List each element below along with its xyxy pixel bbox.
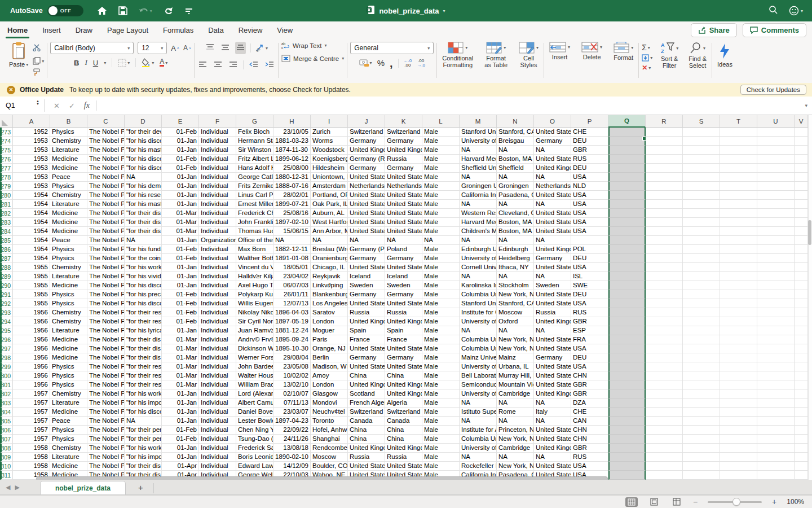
column-header-F[interactable]: F (199, 115, 236, 128)
cell-A274[interactable]: 1953 (13, 137, 50, 146)
cell-A278[interactable]: 1953 (13, 173, 50, 182)
cell-H310[interactable]: 14/12/09 (273, 462, 311, 471)
cell-J310[interactable]: United States (348, 462, 385, 471)
cell-A298[interactable]: 1956 (13, 353, 50, 362)
cell-E274[interactable]: 01-Jan (162, 137, 199, 146)
cell-V273[interactable] (795, 128, 808, 137)
cell-G273[interactable]: Felix Bloch (236, 128, 273, 137)
cell-N277[interactable]: Sheffield (497, 164, 534, 173)
cell-S279[interactable] (683, 182, 720, 191)
cell-Q297[interactable] (608, 344, 646, 353)
cell-E290[interactable]: 01-Jan (162, 281, 199, 290)
cell-G280[interactable]: Linus Carl Pa (236, 191, 273, 200)
cell-F281[interactable]: Individual (199, 200, 236, 209)
cell-T289[interactable] (720, 272, 757, 281)
cell-S285[interactable] (683, 236, 720, 245)
cell-L294[interactable]: Male (422, 317, 460, 326)
normal-view-button[interactable] (625, 497, 638, 507)
cell-O280[interactable]: United States (534, 191, 571, 200)
cell-F308[interactable]: Individual (199, 444, 236, 453)
cell-C303[interactable]: The Nobel Pr (87, 398, 125, 408)
row-header-288[interactable]: 288 (0, 263, 13, 272)
cell-E297[interactable]: 01-Mar (162, 344, 199, 353)
cell-B283[interactable]: Medicine (50, 218, 87, 227)
cell-G289[interactable]: Halldv≥r Kilja (236, 272, 273, 281)
cell-I297[interactable]: Orange, NJ (311, 344, 348, 353)
cell-L285[interactable]: NA (422, 236, 460, 245)
cell-N293[interactable]: Moscow (497, 308, 534, 317)
cell-D308[interactable]: "for his work (125, 444, 162, 453)
cell-U309[interactable] (757, 453, 795, 462)
cell-U311[interactable] (757, 471, 795, 480)
row-header-281[interactable]: 281 (0, 200, 13, 209)
cell-E298[interactable]: 01-Mar (162, 353, 199, 362)
cell-U300[interactable] (757, 371, 795, 380)
cell-E296[interactable]: 01-Mar (162, 335, 199, 344)
cell-J281[interactable]: United States (348, 200, 385, 209)
cell-B290[interactable]: Medicine (50, 281, 87, 290)
cell-T287[interactable] (720, 254, 757, 263)
column-header-T[interactable]: T (720, 115, 757, 128)
cell-R308[interactable] (646, 444, 683, 453)
row-header-279[interactable]: 279 (0, 182, 13, 191)
cell-N298[interactable]: Mainz (497, 353, 534, 362)
cell-styles-button[interactable]: ▾ CellStyles (517, 42, 541, 68)
cell-U294[interactable] (757, 317, 795, 326)
cell-T295[interactable] (720, 326, 757, 335)
increase-indent-button[interactable] (264, 59, 275, 71)
cell-L306[interactable]: Male (422, 426, 460, 435)
decrease-indent-button[interactable] (248, 59, 259, 71)
document-title[interactable]: nobel_prize_data (379, 7, 439, 15)
column-header-H[interactable]: H (273, 115, 311, 128)
cell-V311[interactable] (795, 471, 808, 480)
cell-L278[interactable]: Male (422, 173, 460, 182)
cell-O276[interactable]: United States (534, 155, 571, 164)
cell-H274[interactable]: 1881-03-23 (273, 137, 311, 146)
cell-V302[interactable] (795, 389, 808, 398)
cell-K286[interactable]: Poland (385, 245, 422, 254)
cell-M285[interactable]: NA (460, 236, 497, 245)
cell-H296[interactable]: 1895-09-24 (273, 335, 311, 344)
formula-input[interactable] (97, 97, 812, 115)
cell-M275[interactable]: NA (460, 146, 497, 155)
cell-O302[interactable]: United Kingd (534, 389, 571, 398)
cell-Q309[interactable] (608, 453, 646, 462)
cell-A300[interactable]: 1956 (13, 371, 50, 380)
cell-K301[interactable]: United Kingd (385, 380, 422, 389)
cell-C291[interactable]: The Nobel Pr (87, 290, 125, 299)
cell-J309[interactable]: Russia (348, 453, 385, 462)
cell-D300[interactable]: "for their res (125, 371, 162, 380)
cell-I274[interactable]: Worms (311, 137, 348, 146)
cell-E282[interactable]: 01-Mar (162, 209, 199, 218)
cell-G282[interactable]: Frederick Cha (236, 209, 273, 218)
cell-D285[interactable]: NA (125, 236, 162, 245)
cell-C285[interactable]: The Nobel Pe (87, 236, 125, 245)
cell-K291[interactable]: Germany (385, 290, 422, 299)
cell-P295[interactable]: ESP (571, 326, 608, 335)
cell-A283[interactable]: 1954 (13, 218, 50, 227)
cell-S280[interactable] (683, 191, 720, 200)
cell-C296[interactable]: The Nobel Pr (87, 335, 125, 344)
quick-access-icon[interactable] (185, 7, 193, 15)
cell-J296[interactable]: France (348, 335, 385, 344)
share-button[interactable]: Share (691, 23, 737, 37)
cell-R298[interactable] (646, 353, 683, 362)
cell-I288[interactable]: Chicago, IL (311, 263, 348, 272)
row-header-310[interactable]: 310 (0, 462, 13, 471)
cell-P282[interactable]: USA (571, 209, 608, 218)
cell-S300[interactable] (683, 371, 720, 380)
cell-J289[interactable]: Iceland (348, 272, 385, 281)
cell-G285[interactable]: Office of the (236, 236, 273, 245)
cell-Q289[interactable] (608, 272, 646, 281)
column-header-P[interactable]: P (571, 115, 608, 128)
cell-D307[interactable]: "for their per (125, 435, 162, 444)
cell-U303[interactable] (757, 398, 795, 408)
cell-A310[interactable]: 1958 (13, 462, 50, 471)
cell-N296[interactable]: New York, NY (497, 335, 534, 344)
cell-K292[interactable]: United States (385, 299, 422, 308)
cell-H282[interactable]: 25/08/16 (273, 209, 311, 218)
row-header-278[interactable]: 278 (0, 173, 13, 182)
cell-N279[interactable]: Groningen (497, 182, 534, 191)
cell-U295[interactable] (757, 326, 795, 335)
cell-H281[interactable]: 1899-07-21 (273, 200, 311, 209)
